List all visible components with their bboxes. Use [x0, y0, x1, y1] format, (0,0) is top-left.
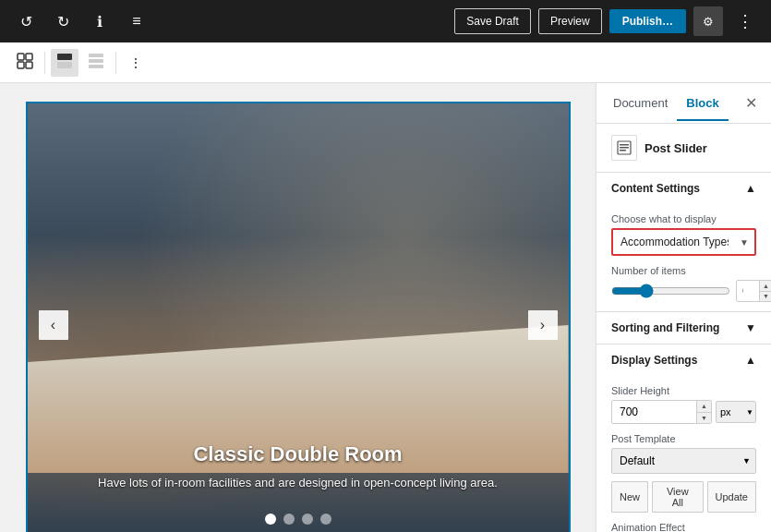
height-spin-down[interactable]: ▼ — [696, 413, 711, 424]
number-items-label: Number of items — [611, 265, 756, 276]
slider-content: Classic Double Room Have lots of in-room… — [28, 442, 569, 492]
svg-rect-12 — [620, 150, 626, 151]
display-settings-section: Display Settings ▲ Slider Height ▲ ▼ — [596, 345, 771, 532]
slider-description: Have lots of in-room facilities and are … — [83, 474, 513, 492]
dot-3[interactable] — [302, 514, 313, 525]
template-update-button[interactable]: Update — [707, 481, 756, 513]
animation-label: Animation Effect — [611, 522, 756, 532]
view1-icon — [56, 53, 73, 72]
svg-rect-2 — [18, 62, 24, 68]
redo-button[interactable]: ↻ — [48, 6, 78, 36]
content-settings-header[interactable]: Content Settings ▲ — [596, 173, 771, 204]
svg-rect-5 — [57, 62, 72, 68]
sorting-label: Sorting and Filtering — [611, 321, 719, 334]
tab-document[interactable]: Document — [604, 87, 677, 121]
display-type-dropdown-wrapper: Accommodation Types Posts Pages Custom P… — [611, 228, 756, 256]
number-items-input-wrap: ▲ ▼ — [736, 280, 771, 302]
dot-1[interactable] — [265, 514, 276, 525]
settings-icon: ⚙ — [703, 15, 714, 29]
main-area: ‹ › Classic Double Room Have lots of in-… — [0, 83, 771, 532]
toolbar-divider — [44, 52, 45, 74]
panel-tabs: Document Block ✕ — [596, 83, 771, 124]
post-template-label: Post Template — [611, 433, 756, 444]
menu-button[interactable]: ≡ — [122, 6, 151, 36]
publish-button[interactable]: Publish… — [609, 9, 686, 33]
choose-display-label: Choose what to display — [611, 213, 756, 224]
slider-height-field: Slider Height ▲ ▼ px % — [611, 385, 756, 424]
undo-button[interactable]: ↺ — [11, 6, 41, 36]
svg-rect-6 — [89, 54, 103, 57]
svg-rect-11 — [620, 147, 629, 149]
unit-select-wrap: px % em vh ▼ — [716, 401, 756, 423]
content-settings-label: Content Settings — [611, 182, 700, 195]
template-select[interactable]: Default Template 1 Template 2 — [611, 448, 756, 474]
post-slider-icon — [611, 135, 637, 161]
height-input-wrap: ▲ ▼ — [611, 400, 712, 424]
spin-up-button[interactable]: ▲ — [759, 281, 771, 292]
slider-dots — [265, 514, 331, 525]
number-spinners: ▲ ▼ — [759, 281, 771, 301]
slider-height-row: ▲ ▼ px % em vh ▼ — [611, 400, 756, 424]
post-slider-title: Post Slider — [645, 141, 707, 155]
dot-2[interactable] — [283, 514, 295, 525]
more-options-button[interactable]: ⋮ — [730, 6, 760, 36]
top-bar-left: ↺ ↻ ℹ ≡ — [11, 6, 151, 36]
top-bar-right: Save Draft Preview Publish… ⚙ ⋮ — [454, 6, 760, 36]
height-spin-up[interactable]: ▲ — [696, 401, 711, 413]
more-icon: ⋮ — [737, 11, 754, 31]
slider-container: ‹ › Classic Double Room Have lots of in-… — [28, 103, 569, 532]
post-template-field: Post Template Default Template 1 Templat… — [611, 433, 756, 513]
editor-area: ‹ › Classic Double Room Have lots of in-… — [0, 83, 596, 532]
unit-select[interactable]: px % em vh — [716, 401, 756, 423]
grid-icon — [17, 53, 33, 72]
svg-rect-10 — [620, 144, 629, 146]
top-bar: ↺ ↻ ℹ ≡ Save Draft Preview Publish… ⚙ ⋮ — [0, 0, 771, 42]
slider-block: ‹ › Classic Double Room Have lots of in-… — [26, 102, 571, 532]
view2-icon — [88, 53, 104, 72]
svg-rect-8 — [89, 65, 103, 68]
content-settings-chevron: ▲ — [745, 182, 756, 195]
content-settings-content: Choose what to display Accommodation Typ… — [596, 204, 771, 311]
block-toolbar: ⋮ — [0, 42, 771, 83]
display-settings-label: Display Settings — [611, 354, 697, 367]
template-new-button[interactable]: New — [611, 481, 648, 513]
height-spinners: ▲ ▼ — [696, 401, 711, 423]
slider-height-label: Slider Height — [611, 385, 756, 396]
display-type-select[interactable]: Accommodation Types Posts Pages Custom P… — [613, 230, 754, 254]
slider-next-button[interactable]: › — [528, 310, 558, 340]
svg-rect-3 — [26, 62, 32, 68]
number-items-slider[interactable] — [611, 284, 730, 298]
toolbar-divider-2 — [115, 52, 116, 74]
spin-down-button[interactable]: ▼ — [759, 292, 771, 302]
template-buttons: New View All Update — [611, 481, 756, 513]
display-settings-header[interactable]: Display Settings ▲ — [596, 345, 771, 376]
display-settings-chevron: ▲ — [745, 354, 756, 367]
block-more-button[interactable]: ⋮ — [122, 49, 150, 77]
tab-block[interactable]: Block — [677, 87, 728, 121]
block-grid-button[interactable] — [11, 49, 39, 77]
svg-rect-1 — [26, 54, 32, 60]
slider-prev-button[interactable]: ‹ — [39, 310, 68, 340]
info-button[interactable]: ℹ — [85, 6, 114, 36]
slider-title: Classic Double Room — [83, 442, 513, 466]
panel-block-header: Post Slider — [596, 124, 771, 173]
block-view2-button[interactable] — [82, 49, 110, 77]
svg-rect-0 — [18, 54, 24, 60]
right-panel: Document Block ✕ Post Slider Content Set… — [596, 83, 771, 532]
template-view-all-button[interactable]: View All — [652, 481, 704, 513]
panel-close-button[interactable]: ✕ — [738, 91, 764, 116]
number-items-row: ▲ ▼ — [611, 280, 756, 302]
block-view1-button[interactable] — [51, 49, 78, 77]
preview-button[interactable]: Preview — [538, 8, 602, 34]
sorting-section: Sorting and Filtering ▼ — [596, 312, 771, 345]
dot-4[interactable] — [320, 514, 331, 525]
sorting-chevron: ▼ — [745, 321, 756, 334]
svg-rect-7 — [89, 59, 103, 63]
content-settings-section: Content Settings ▲ Choose what to displa… — [596, 173, 771, 312]
display-settings-content: Slider Height ▲ ▼ px % — [596, 376, 771, 532]
sorting-header[interactable]: Sorting and Filtering ▼ — [596, 312, 771, 344]
settings-button[interactable]: ⚙ — [693, 6, 723, 36]
svg-rect-4 — [57, 54, 72, 60]
template-select-wrap: Default Template 1 Template 2 ▼ — [611, 448, 756, 474]
save-draft-button[interactable]: Save Draft — [454, 8, 531, 34]
